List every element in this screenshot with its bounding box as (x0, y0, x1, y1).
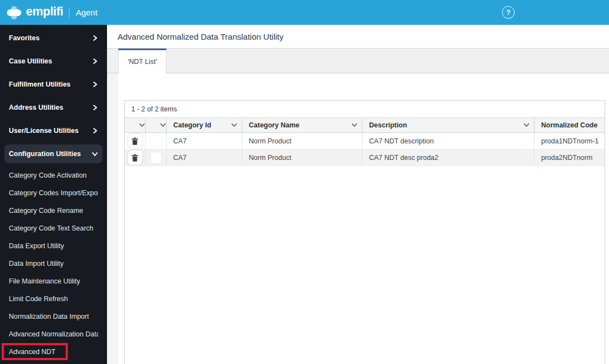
sidebar-item-normalization-data-import[interactable]: Normalization Data Import (0, 308, 107, 325)
configuration-utilities-submenu: Category Code Activation Category Codes … (0, 165, 107, 361)
brand: emplifi Agent (0, 6, 98, 19)
sidebar-item-limit-code-refresh[interactable]: Limit Code Refresh (0, 290, 107, 308)
sidebar-item-data-import-utility[interactable]: Data Import Utility (0, 255, 107, 272)
column-header-category-name[interactable]: Category Name (242, 118, 362, 132)
delete-row-button[interactable] (128, 151, 142, 165)
chevron-down-icon (92, 151, 98, 157)
cell-category-name: Norm Product (242, 133, 362, 149)
chevron-down-icon (228, 123, 237, 127)
cell-description: CA7 NDT desc proda2 (362, 149, 535, 165)
sidebar-item-category-code-activation[interactable]: Category Code Activation (0, 167, 107, 184)
chevron-down-icon (157, 123, 166, 127)
delete-row-button[interactable] (128, 134, 142, 148)
sidebar: Favorites Case Utilities Fulfillment Uti… (0, 25, 107, 364)
sidebar-item-advanced-normalization-data[interactable]: Advanced Normalization Data (0, 325, 107, 343)
sidebar-item-file-maintenance-utility[interactable]: File Maintenance Utility (0, 272, 107, 290)
sidebar-item-category-code-rename[interactable]: Category Code Rename (0, 202, 107, 220)
page-title-bar: Advanced Normalized Data Translation Uti… (107, 25, 609, 49)
brand-name: emplifi (26, 6, 63, 19)
row-checkbox[interactable] (151, 136, 162, 147)
ndt-table-panel: 1 - 2 of 2 items Category Id (124, 100, 605, 364)
cell-category-name: Norm Product (242, 149, 362, 165)
select-column-header[interactable] (146, 118, 167, 132)
row-checkbox[interactable] (151, 152, 162, 163)
trash-icon (131, 154, 138, 162)
table-row: CA7 Norm Product CA7 NDT desc proda2 pro… (125, 149, 605, 166)
column-header-normalized-code[interactable]: Normalized Code (535, 118, 605, 132)
chevron-right-icon (92, 104, 98, 111)
brand-divider (69, 7, 70, 18)
tab-content: 1 - 2 of 2 items Category Id (107, 73, 609, 364)
column-header-description[interactable]: Description (362, 118, 535, 132)
items-count: 1 - 2 of 2 items (125, 101, 605, 118)
emplifi-logo-icon (7, 6, 22, 19)
sidebar-item-advanced-ndt[interactable]: Advanced NDT (0, 343, 107, 361)
sidebar-item-configuration-utilities[interactable]: Configuration Utilities (4, 144, 103, 163)
chevron-down-icon (348, 123, 357, 127)
chevron-right-icon (92, 127, 98, 134)
chevron-down-icon (520, 123, 530, 127)
tab-ndt-list[interactable]: 'NDT List' (118, 49, 167, 73)
chevron-down-icon (136, 123, 145, 127)
chevron-right-icon (92, 35, 98, 41)
column-header-category-id[interactable]: Category Id (167, 118, 242, 132)
page-title: Advanced Normalized Data Translation Uti… (117, 32, 284, 41)
cell-normalized-code: proda2NDTnorm (535, 149, 605, 165)
chevron-right-icon (92, 58, 98, 65)
cell-normalized-code: proda1NDTnorm-1 (535, 133, 605, 149)
tab-strip: 'NDT List' (107, 49, 609, 73)
sidebar-item-data-export-utility[interactable]: Data Export Utility (0, 237, 107, 255)
sidebar-item-address-utilities[interactable]: Address Utilities (0, 96, 107, 119)
delete-column-header[interactable] (125, 118, 146, 132)
trash-icon (131, 137, 138, 145)
sidebar-item-category-code-text-search[interactable]: Category Code Text Search (0, 220, 107, 237)
cell-category-id: CA7 (167, 133, 242, 149)
sidebar-item-user-license-utilities[interactable]: User/License Utilities (0, 119, 107, 142)
product-name: Agent (76, 8, 97, 17)
app-window: emplifi Agent ? Favorites Case Utilities… (0, 0, 609, 364)
main-area: Advanced Normalized Data Translation Uti… (107, 25, 609, 364)
left-gutter (107, 73, 118, 364)
sidebar-item-category-codes-import-export[interactable]: Category Codes Import/Export (0, 184, 107, 202)
sidebar-item-fulfillment-utilities[interactable]: Fulfillment Utilities (0, 73, 107, 96)
help-icon[interactable]: ? (502, 6, 515, 19)
sidebar-item-favorites[interactable]: Favorites (0, 26, 107, 50)
sidebar-item-case-utilities[interactable]: Case Utilities (0, 50, 107, 73)
chevron-right-icon (92, 81, 98, 88)
table-row: CA7 Norm Product CA7 NDT description pro… (125, 133, 605, 149)
cell-description: CA7 NDT description (362, 133, 535, 149)
table-header-row: Category Id Category Name Description (125, 118, 605, 133)
top-header: emplifi Agent ? (0, 0, 609, 25)
tab-label: 'NDT List' (127, 58, 157, 66)
cell-category-id: CA7 (167, 149, 242, 165)
